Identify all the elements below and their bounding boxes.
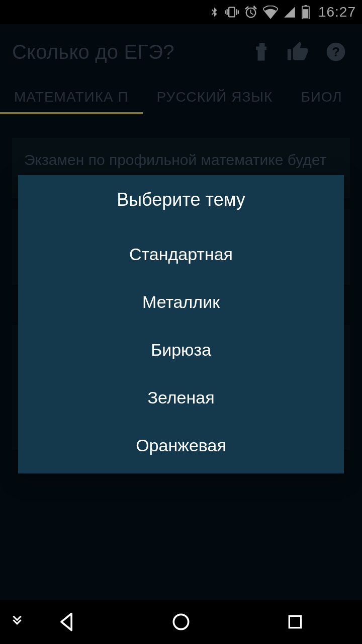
theme-dialog: Выберите тему Стандартная Металлик Бирюз… — [18, 175, 344, 473]
nav-back-button[interactable] — [47, 607, 87, 637]
nav-home-button[interactable] — [161, 607, 201, 637]
nav-bar — [0, 600, 362, 644]
theme-option-metallic[interactable]: Металлик — [18, 278, 344, 326]
svg-point-5 — [173, 614, 188, 629]
theme-option-standard[interactable]: Стандартная — [18, 230, 344, 278]
nav-expand-button[interactable] — [7, 607, 27, 637]
nav-recent-button[interactable] — [275, 607, 315, 637]
theme-option-turquoise[interactable]: Бирюза — [18, 326, 344, 374]
dialog-title: Выберите тему — [18, 175, 344, 230]
svg-rect-6 — [289, 616, 301, 627]
theme-option-green[interactable]: Зеленая — [18, 374, 344, 422]
theme-option-orange[interactable]: Оранжевая — [18, 422, 344, 469]
